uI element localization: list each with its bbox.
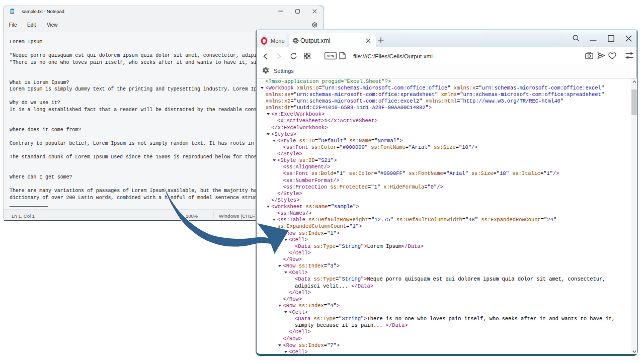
svg-text:VPN: VPN: [327, 54, 335, 58]
